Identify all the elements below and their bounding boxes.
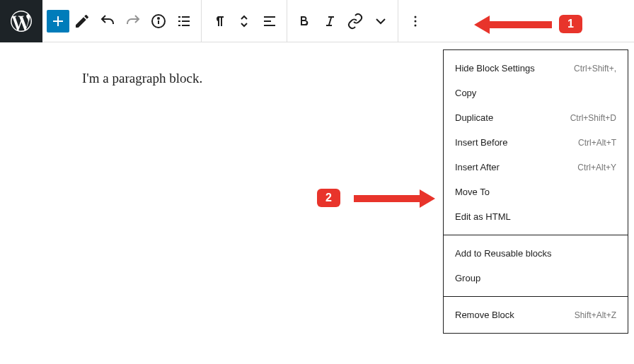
edit-button[interactable] xyxy=(69,8,95,34)
menu-item-move-to[interactable]: Move To xyxy=(444,180,628,204)
menu-section: Add to Reusable blocks Group xyxy=(444,235,628,296)
undo-button[interactable] xyxy=(95,8,120,34)
svg-point-14 xyxy=(415,24,417,26)
svg-rect-7 xyxy=(178,25,180,26)
svg-rect-8 xyxy=(182,25,190,26)
annotation-arrow-2 xyxy=(354,192,435,206)
redo-button[interactable] xyxy=(120,8,146,34)
svg-rect-9 xyxy=(264,16,275,18)
menu-item-hide-block-settings[interactable]: Hide Block SettingsCtrl+Shift+, xyxy=(444,56,628,81)
svg-point-13 xyxy=(415,20,417,22)
svg-rect-4 xyxy=(182,16,190,18)
svg-rect-5 xyxy=(178,20,180,22)
menu-item-insert-after[interactable]: Insert AfterCtrl+Alt+Y xyxy=(444,155,628,180)
add-block-button[interactable] xyxy=(47,10,69,33)
svg-rect-6 xyxy=(182,20,190,22)
wordpress-logo[interactable] xyxy=(0,0,42,42)
menu-item-remove-block[interactable]: Remove BlockShift+Alt+Z xyxy=(444,303,628,327)
menu-section: Hide Block SettingsCtrl+Shift+, Copy Dup… xyxy=(444,50,628,235)
svg-point-12 xyxy=(415,16,417,18)
move-up-down-button[interactable] xyxy=(231,8,257,34)
annotation-badge-2: 2 xyxy=(317,189,340,207)
svg-point-2 xyxy=(158,18,159,19)
menu-item-add-reusable[interactable]: Add to Reusable blocks xyxy=(444,241,628,266)
menu-item-insert-before[interactable]: Insert BeforeCtrl+Alt+T xyxy=(444,130,628,155)
menu-item-copy[interactable]: Copy xyxy=(444,81,628,105)
menu-section: Remove BlockShift+Alt+Z xyxy=(444,296,628,333)
svg-rect-3 xyxy=(178,16,180,18)
more-rich-text-button[interactable] xyxy=(368,8,393,34)
paragraph-icon[interactable] xyxy=(206,8,231,34)
menu-item-group[interactable]: Group xyxy=(444,266,628,290)
menu-item-duplicate[interactable]: DuplicateCtrl+Shift+D xyxy=(444,105,628,130)
italic-button[interactable] xyxy=(317,8,342,34)
svg-rect-10 xyxy=(264,20,271,22)
annotation-badge-1: 1 xyxy=(559,15,582,33)
align-button[interactable] xyxy=(257,8,282,34)
menu-item-edit-as-html[interactable]: Edit as HTML xyxy=(444,204,628,229)
info-button[interactable] xyxy=(146,8,171,34)
bold-button[interactable] xyxy=(292,8,317,34)
block-options-menu: Hide Block SettingsCtrl+Shift+, Copy Dup… xyxy=(443,49,628,334)
annotation-arrow-1 xyxy=(474,18,552,32)
svg-rect-11 xyxy=(264,25,275,26)
more-options-button[interactable] xyxy=(403,8,428,34)
outline-button[interactable] xyxy=(171,8,197,34)
link-button[interactable] xyxy=(342,8,368,34)
